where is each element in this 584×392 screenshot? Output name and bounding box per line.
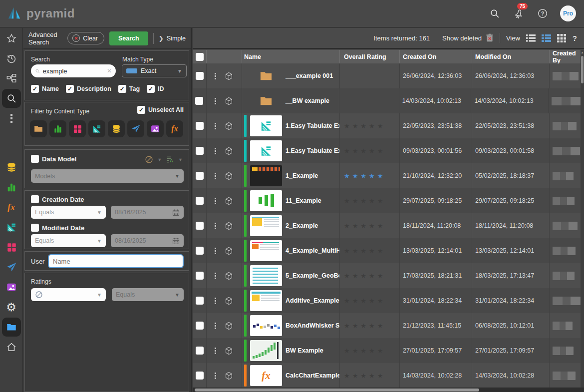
header-overall-rating[interactable]: Overall Rating	[340, 50, 400, 63]
table-row[interactable]: 4_Example_MultiHie ★★★★★ 13/03/2025, 12:…	[193, 238, 581, 263]
sidebar-gear-icon[interactable]: ⚙	[2, 298, 21, 317]
select-all-checkbox[interactable]	[196, 53, 204, 61]
cube-icon[interactable]	[224, 221, 234, 231]
clear-button[interactable]: ✕Clear	[67, 32, 104, 44]
sidebar-bar-chart-icon[interactable]	[2, 178, 21, 197]
avatar[interactable]: Pro	[560, 5, 576, 21]
cube-icon[interactable]	[224, 146, 234, 156]
sidebar-grid-icon[interactable]	[2, 238, 21, 257]
ratings-operator-select[interactable]: Equals▼	[112, 288, 184, 301]
star-icon[interactable]: ★	[344, 372, 350, 380]
star-icon[interactable]: ★	[352, 122, 358, 130]
row-checkbox[interactable]	[196, 172, 204, 180]
table-row[interactable]: fx CalcChartExample ★★★★★ 14/03/2024, 10…	[193, 363, 581, 388]
star-icon[interactable]: ★	[377, 197, 383, 205]
sidebar-home-icon[interactable]	[2, 338, 21, 357]
cube-icon[interactable]	[224, 196, 234, 206]
sidebar-image-icon[interactable]	[2, 278, 21, 297]
star-icon[interactable]: ★	[360, 297, 366, 305]
row-checkbox[interactable]	[196, 72, 204, 80]
star-icon[interactable]: ★	[344, 122, 350, 130]
row-menu-icon[interactable]	[215, 148, 216, 154]
star-icon[interactable]: ★	[360, 147, 366, 155]
star-icon[interactable]: ★	[360, 197, 366, 205]
sidebar-favorites-star-icon[interactable]	[2, 29, 21, 48]
star-icon[interactable]: ★	[344, 272, 350, 280]
row-checkbox[interactable]	[196, 347, 204, 355]
star-icon[interactable]: ★	[352, 197, 358, 205]
cube-icon[interactable]	[224, 346, 234, 356]
sidebar-paper-plane-icon[interactable]	[2, 258, 21, 277]
star-icon[interactable]: ★	[369, 322, 375, 330]
search-input[interactable]: ✕	[31, 64, 116, 77]
star-icon[interactable]: ★	[344, 322, 350, 330]
star-icon[interactable]: ★	[377, 147, 383, 155]
star-icon[interactable]: ★	[360, 272, 366, 280]
star-icon[interactable]: ★	[352, 372, 358, 380]
creation-date-input[interactable]: 08/16/2025	[111, 206, 184, 219]
star-icon[interactable]: ★	[377, 172, 383, 180]
star-icon[interactable]: ★	[377, 247, 383, 255]
star-icon[interactable]: ★	[352, 272, 358, 280]
search-clear-x-icon[interactable]: ✕	[107, 67, 112, 74]
sidebar-fx-icon[interactable]: fx	[2, 198, 21, 217]
star-icon[interactable]: ★	[377, 272, 383, 280]
filter-tabulate-icon[interactable]	[88, 120, 105, 137]
star-icon[interactable]: ★	[369, 222, 375, 230]
rating-stars[interactable]: ★★★★★	[340, 313, 400, 338]
rating-stars[interactable]: ★★★★★	[340, 138, 400, 163]
sidebar-folder-icon[interactable]	[2, 318, 21, 337]
star-icon[interactable]: ★	[352, 147, 358, 155]
star-icon[interactable]: ★	[352, 297, 358, 305]
row-menu-icon[interactable]	[215, 223, 216, 229]
rating-stars[interactable]	[340, 63, 400, 88]
star-icon[interactable]: ★	[344, 147, 350, 155]
view-grid-icon[interactable]	[557, 34, 567, 42]
row-menu-icon[interactable]	[215, 298, 216, 304]
scroll-up-arrow-icon[interactable]: ▲	[581, 51, 584, 54]
rating-stars[interactable]: ★★★★★	[340, 113, 400, 138]
user-name-field[interactable]	[53, 258, 179, 265]
simple-toggle[interactable]: ❯Simple	[159, 35, 186, 42]
header-modified-on[interactable]: Modified On	[472, 50, 550, 63]
vertical-scroll-thumb[interactable]	[581, 56, 584, 83]
table-row[interactable]: 2_Example ★★★★★ 18/11/2024, 11:20:08 18/…	[193, 213, 581, 238]
table-row[interactable]: BoxAndWhisker Sim ★★★★★ 21/12/2023, 11:4…	[193, 313, 581, 338]
table-row[interactable]: 5_Example_GeoBour ★★★★★ 17/03/2025, 18:2…	[193, 263, 581, 288]
filter-database-icon[interactable]	[108, 120, 125, 137]
global-search-icon[interactable]	[488, 7, 501, 20]
notifications-icon[interactable]: 75	[512, 7, 525, 20]
star-icon[interactable]: ★	[360, 222, 366, 230]
row-menu-icon[interactable]	[215, 323, 216, 329]
star-icon[interactable]: ★	[344, 197, 350, 205]
modified-date-checkbox[interactable]: Modified Date	[31, 224, 84, 232]
field-checkbox-description[interactable]: ✓Description	[66, 85, 111, 93]
row-menu-icon[interactable]	[215, 348, 216, 354]
filter-grid-icon[interactable]	[69, 120, 86, 137]
help-icon[interactable]	[536, 7, 549, 20]
filter-image-icon[interactable]	[147, 120, 164, 137]
table-row[interactable]: 1.Easy Tabulate Exam ★★★★★ 09/03/2023, 0…	[193, 138, 581, 163]
star-icon[interactable]: ★	[369, 347, 375, 355]
star-icon[interactable]: ★	[377, 372, 383, 380]
star-icon[interactable]: ★	[344, 222, 350, 230]
cube-icon[interactable]	[224, 71, 234, 81]
star-icon[interactable]: ★	[377, 122, 383, 130]
header-name[interactable]: Name	[242, 50, 340, 63]
row-checkbox[interactable]	[196, 122, 204, 130]
star-icon[interactable]: ★	[360, 122, 366, 130]
match-type-select[interactable]: Exact ▼	[122, 64, 187, 77]
rating-stars[interactable]: ★★★★★	[340, 163, 400, 188]
sidebar-more-icon[interactable]	[2, 109, 21, 128]
star-icon[interactable]: ★	[344, 297, 350, 305]
star-icon[interactable]: ★	[344, 172, 350, 180]
star-icon[interactable]: ★	[377, 347, 383, 355]
field-checkbox-id[interactable]: ✓ID	[147, 85, 164, 93]
ratings-value-select[interactable]: ▼	[31, 288, 106, 301]
table-row[interactable]: ___example 001 26/06/2024, 12:36:03 26/0…	[193, 63, 581, 88]
star-icon[interactable]: ★	[369, 147, 375, 155]
row-menu-icon[interactable]	[215, 198, 216, 204]
horizontal-scroll-thumb[interactable]	[195, 389, 479, 392]
table-row[interactable]: Additive_Example ★★★★★ 31/01/2024, 18:22…	[193, 288, 581, 313]
table-row[interactable]: 11_Example ★★★★★ 29/07/2025, 09:18:25 29…	[193, 188, 581, 213]
